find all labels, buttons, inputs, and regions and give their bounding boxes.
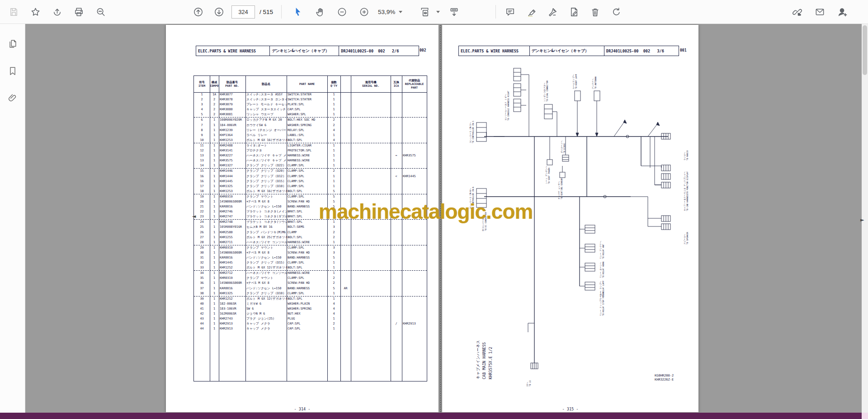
link-share-icon[interactable] — [789, 4, 805, 20]
table-cell: 9 — [194, 133, 210, 138]
table-cell — [351, 265, 391, 270]
table-row: 341KHR2712ハーネス:ワイヤ コンソール(ヒダリ)HARNESS:WIR… — [194, 271, 427, 276]
star-icon[interactable] — [27, 4, 43, 20]
diagram-connector-label: ラジオヘTO RADIO — [684, 151, 689, 160]
col-header-item: 符号 ITEM — [194, 76, 210, 92]
table-cell — [351, 235, 391, 240]
save-icon[interactable] — [5, 4, 22, 20]
email-icon[interactable] — [811, 4, 828, 20]
highlight-icon[interactable] — [523, 4, 539, 20]
table-cell — [340, 235, 351, 240]
table-cell: 3 — [327, 245, 340, 250]
hand-pan-icon[interactable] — [311, 4, 328, 20]
zoom-in-icon[interactable] — [356, 4, 372, 20]
page-down-icon[interactable] — [211, 4, 227, 20]
fit-width-icon[interactable] — [416, 4, 433, 20]
table-cell: 145N006S008R — [219, 199, 245, 204]
parts-table: 符号 ITEM 構成 COMPO 部品番号 PART NO. 部品名 PART … — [193, 75, 427, 381]
table-cell — [340, 240, 351, 245]
diagram-connector-label: コントローラ CN-5ヘTO CONTROLLER CN-5 — [469, 121, 475, 143]
table-cell — [402, 311, 427, 316]
table-cell — [391, 255, 402, 260]
table-cell — [340, 301, 351, 306]
table-row: 431KHR2743プラグ ジョン(25)PLUG1 — [194, 316, 427, 321]
table-cell: CLAMP — [287, 230, 327, 235]
col-header-ica: 互換 ICA — [391, 76, 402, 92]
table-cell — [351, 297, 391, 301]
table-cell — [391, 102, 402, 107]
table-cell — [340, 169, 351, 174]
table-cell: 2 — [327, 118, 340, 122]
share-upload-icon[interactable] — [49, 4, 65, 20]
zoom-level-dropdown[interactable]: 53,9% — [378, 9, 402, 15]
table-cell — [351, 225, 391, 230]
table-row: 261KHR2580クランプ バンドツキ(M)M6CLAMP2 — [194, 230, 427, 235]
table-cell: KHR1325 — [219, 291, 245, 296]
table-cell: 1 — [210, 255, 219, 260]
drawing-number-line2: KHR3226Z-E — [655, 378, 674, 382]
scrollbar-thumb[interactable] — [863, 25, 867, 75]
table-cell: 28 — [194, 240, 210, 245]
page-thumbnails-icon[interactable] — [0, 33, 25, 54]
table-cell: SWITCH:STATER — [287, 97, 327, 102]
delete-icon[interactable] — [587, 4, 603, 20]
prev-page-chevron-icon[interactable]: ◄ — [192, 213, 196, 219]
fit-width-dropdown[interactable] — [416, 4, 440, 20]
table-cell: プレート モールド キーセット — [245, 102, 287, 107]
select-cursor-icon[interactable] — [289, 4, 306, 20]
table-cell: 1 — [327, 112, 340, 117]
table-row: 411183-106VRSW 6WASHER:SPRING4 — [194, 306, 427, 311]
col-header-compo: 構成 COMPO — [210, 76, 219, 92]
table-cell: 1 — [210, 326, 219, 331]
col-header-note — [340, 76, 351, 92]
table-cell: KHR3141 — [219, 148, 245, 153]
add-account-icon[interactable] — [834, 4, 850, 20]
table-cell: KHR1239 — [219, 128, 245, 133]
table-cell: 1 — [210, 311, 219, 316]
continuous-scroll-icon[interactable] — [446, 4, 462, 20]
watermark-text: machinecatalogic.com — [319, 199, 533, 224]
table-cell: 5 — [327, 286, 340, 291]
table-cell — [351, 311, 391, 316]
table-cell: 2 — [210, 107, 219, 112]
table-cell — [340, 179, 351, 184]
table-cell: WASHER:PLAIN — [287, 301, 327, 306]
table-cell: 1 — [210, 291, 219, 296]
table-row: 441KHR2913キャップ メクラCAP:SPL1 — [194, 326, 427, 331]
table-cell: キャップ メクラ — [245, 326, 287, 331]
table-cell — [340, 311, 351, 316]
attachments-icon[interactable] — [0, 88, 25, 108]
print-icon[interactable] — [71, 4, 87, 20]
bookmarks-icon[interactable] — [0, 61, 25, 81]
table-cell: ブラケット コネクタ(ダブル) — [245, 214, 287, 219]
table-cell — [340, 189, 351, 194]
page-number-input[interactable] — [231, 5, 255, 19]
table-cell — [402, 189, 427, 194]
table-cell: 44 — [194, 326, 210, 331]
drawing-number-line1: KG0HR208-2 — [655, 374, 674, 378]
table-cell: クランプ クリップ (D15) — [245, 179, 287, 184]
table-cell: +ナベS M 6X 8 — [245, 199, 287, 204]
table-cell: 40 — [194, 301, 210, 306]
table-cell — [351, 184, 391, 189]
table-cell: CAP:SPL — [287, 321, 327, 326]
document-canvas[interactable]: ELEC.PARTS & WIRE HARNESS デンキヒン&ハイセン（キャブ… — [25, 24, 868, 413]
col-header-partno: 部品番号 PART NO. — [219, 76, 245, 92]
table-cell: 1 — [210, 123, 219, 128]
table-row: 191KHR0319クランプ マウントCLAMP:SPL5 — [194, 194, 427, 199]
table-cell: 15 — [194, 169, 210, 174]
zoom-out-icon[interactable] — [334, 4, 350, 20]
next-page-chevron-icon[interactable]: ► — [860, 217, 864, 223]
table-cell: WASHER:SPRING — [287, 306, 327, 311]
table-cell: 184-006VR — [219, 123, 245, 128]
edit-document-icon[interactable] — [566, 4, 582, 20]
comment-icon[interactable] — [502, 4, 518, 20]
table-cell: KAR0016 — [219, 286, 245, 291]
chevron-down-icon — [399, 11, 402, 13]
table-cell — [391, 276, 402, 281]
rotate-view-icon[interactable] — [608, 4, 624, 20]
sign-icon[interactable] — [544, 4, 561, 20]
page-up-icon[interactable] — [190, 4, 206, 20]
table-row: 311KAR0016バンド:ソクセン L=150BAND:HARNESS5 — [194, 255, 427, 260]
search-icon[interactable] — [92, 4, 108, 20]
